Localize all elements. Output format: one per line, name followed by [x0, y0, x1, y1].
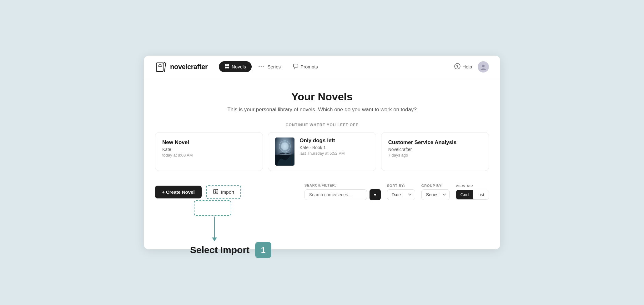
view-list-button[interactable]: List — [473, 190, 489, 199]
search-row: ▼ — [304, 189, 381, 200]
header: novelcrafter Novels ••• Series — [144, 56, 500, 78]
view-group: VIEW AS: Grid List — [456, 184, 489, 200]
svg-rect-3 — [225, 67, 227, 68]
group-dropdown[interactable]: Series Author None — [421, 189, 450, 200]
svg-point-11 — [281, 142, 289, 150]
svg-rect-5 — [294, 64, 298, 67]
sort-label: SORT BY: — [387, 184, 415, 188]
svg-rect-2 — [227, 64, 229, 66]
search-label: SEARCH/FILTER: — [304, 183, 381, 187]
annotation-arrowhead — [212, 238, 217, 241]
filter-button[interactable]: ▼ — [370, 189, 381, 200]
continue-label: CONTINUE WHERE YOU LEFT OFF — [155, 123, 489, 127]
help-icon: ? — [454, 63, 460, 70]
grid-icon — [224, 64, 229, 70]
nav-series-label: Series — [267, 64, 281, 69]
annotation-badge: 1 — [255, 242, 271, 258]
novel-title-2: Customer Service Analysis — [388, 139, 482, 146]
avatar[interactable] — [478, 61, 489, 72]
nav-novels-label: Novels — [232, 64, 246, 69]
search-filter-area: SEARCH/FILTER: ▼ SORT BY: Date Title Aut… — [304, 183, 489, 200]
logo-area: novelcrafter — [155, 61, 208, 73]
svg-rect-4 — [227, 67, 229, 68]
view-label: VIEW AS: — [456, 184, 489, 188]
page-subtitle: This is your personal library of novels.… — [155, 107, 489, 113]
nav-novels[interactable]: Novels — [219, 61, 252, 72]
novel-time-1: last Thursday at 5:52 PM — [299, 151, 345, 156]
novel-time-0: today at 8:08 AM — [162, 153, 256, 158]
novel-author-2: Novelcrafter — [388, 147, 482, 152]
view-toggle: Grid List — [456, 190, 489, 200]
chat-icon — [293, 64, 298, 70]
view-grid-button[interactable]: Grid — [456, 190, 473, 199]
novels-row: New Novel Kate today at 8:08 AM — [155, 132, 489, 171]
novel-card-only-dogs[interactable]: Only dogs left Kate · Book 1 last Thursd… — [268, 132, 376, 171]
create-novel-button[interactable]: + Create Novel — [155, 186, 202, 198]
sort-group: SORT BY: Date Title Author — [387, 184, 415, 200]
nav-prompts-label: Prompts — [300, 64, 318, 69]
group-group: GROUP BY: Series Author None — [421, 184, 450, 200]
novel-card-new-novel[interactable]: New Novel Kate today at 8:08 AM — [155, 132, 263, 171]
novel-title-1: Only dogs left — [299, 138, 345, 144]
app-container: novelcrafter Novels ••• Series — [144, 56, 500, 249]
novel-time-2: 7 days ago — [388, 153, 482, 158]
nav-series[interactable]: ••• Series — [253, 62, 286, 72]
svg-rect-0 — [156, 63, 163, 72]
search-group: SEARCH/FILTER: ▼ — [304, 183, 381, 200]
search-input[interactable] — [304, 189, 367, 200]
nav-prompts[interactable]: Prompts — [288, 61, 324, 72]
filter-icon: ▼ — [373, 192, 377, 197]
main-content: Your Novels This is your personal librar… — [144, 78, 500, 212]
import-icon — [213, 189, 219, 195]
novel-author-1: Kate · Book 1 — [299, 145, 345, 150]
annotation-line — [214, 217, 215, 238]
help-label: Help — [462, 64, 472, 69]
import-label: Import — [221, 189, 234, 195]
novel-card-customer-service[interactable]: Customer Service Analysis Novelcrafter 7… — [381, 132, 489, 171]
svg-point-8 — [482, 65, 485, 67]
novel-author-0: Kate — [162, 147, 256, 152]
logo-icon — [155, 61, 167, 73]
svg-rect-1 — [225, 64, 227, 66]
novel-title-0: New Novel — [162, 139, 256, 146]
page-title: Your Novels — [155, 91, 489, 103]
novel-cover-1 — [275, 138, 294, 166]
import-button[interactable]: Import — [206, 185, 241, 199]
annotation-arrow-container — [212, 217, 217, 241]
svg-text:?: ? — [456, 64, 458, 69]
logo-text: novelcrafter — [170, 63, 208, 71]
novel-info-1: Only dogs left Kate · Book 1 last Thursd… — [299, 138, 345, 156]
header-right: ? Help — [454, 61, 489, 72]
main-nav: Novels ••• Series Prompts — [219, 61, 454, 72]
toolbar: + Create Novel Import SEARCH/FILTER: — [155, 183, 489, 200]
group-label: GROUP BY: — [421, 184, 450, 188]
help-button[interactable]: ? Help — [454, 63, 472, 70]
dots-icon: ••• — [259, 64, 265, 69]
annotation-text: Select Import — [190, 245, 249, 255]
sort-dropdown[interactable]: Date Title Author — [387, 189, 415, 200]
annotation-bubble: Select Import 1 — [190, 242, 271, 258]
